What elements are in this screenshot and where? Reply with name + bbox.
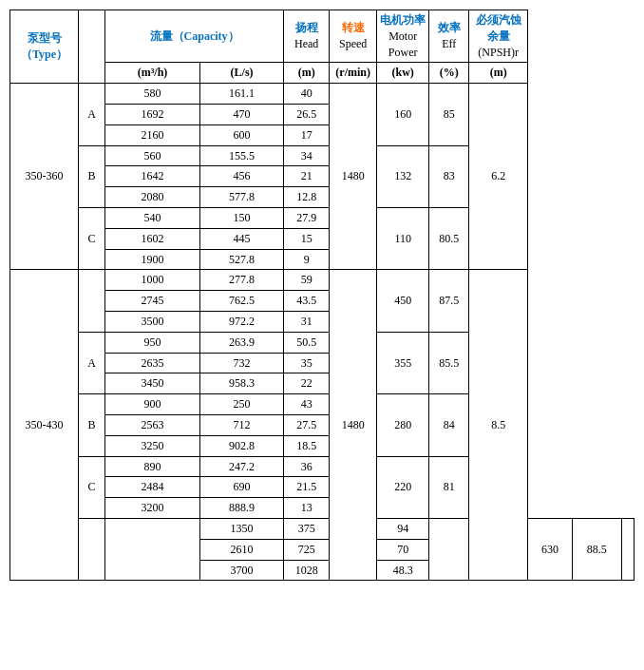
subtype-C-430: C [79,456,105,518]
header-cap-m3: (m³/h) [105,63,200,84]
subtype-C-360: C [79,207,105,269]
eff-B-360: 83 [429,145,469,207]
power-bottom: 630 [528,518,573,580]
subtype-top-430 [79,270,105,332]
type-bottom [79,518,105,580]
header-npsh-unit: (m) [469,63,528,84]
eff-B-430: 84 [429,394,469,456]
type-350-360: 350-360 [10,84,79,270]
table-row: B 560 155.5 34 132 83 [10,145,635,166]
npsh-bottom [621,518,634,580]
power-C-360: 110 [377,207,429,269]
subtype-B-360: B [79,145,105,207]
eff-C-360: 80.5 [429,207,469,269]
power-B-360: 132 [377,145,429,207]
npsh-350-430: 8.5 [469,270,528,581]
header-cap-ls: (L/s) [200,63,284,84]
speed-350-360: 1480 [330,84,377,270]
speed-bottom [429,518,469,580]
subtype-A-360: A [79,84,105,145]
power-A-430: 355 [377,332,429,393]
subtype-B-430: B [79,394,105,456]
eff-C-430: 81 [429,456,469,518]
table-row: 1350 375 94 630 88.5 [10,518,635,539]
table-row: C 890 247.2 36 220 81 [10,456,635,477]
header-eff-unit: (%) [429,63,469,84]
header-npsh: 必须汽蚀余量 (NPSH)r [469,10,528,63]
table-row: C 540 150 27.9 110 80.5 [10,207,635,228]
power-A-360: 160 [377,84,429,145]
header-head: 扬程 Head [284,10,330,63]
power-C-430: 220 [377,456,429,518]
speed-350-430: 1480 [330,270,377,581]
npsh-350-360: 6.2 [469,84,528,270]
eff-A-360: 85 [429,84,469,145]
header-power: 电机功率 Motor Power [377,10,429,63]
eff-top-430: 87.5 [429,270,469,332]
pump-table: 泵型号（Type） 流量（Capacity） 扬程 Head 转速 Speed … [9,10,635,581]
eff-A-430: 85.5 [429,332,469,393]
header-capacity: 流量（Capacity） [105,10,284,63]
power-top-430: 450 [377,270,429,332]
subtype-bottom [105,518,200,580]
power-B-430: 280 [377,394,429,456]
header-eff: 效率 Eff [429,10,469,63]
table-row: 350-360 A 580 161.1 40 1480 160 85 6.2 [10,84,635,105]
table-row: B 900 250 43 280 84 [10,394,635,415]
eff-bottom: 88.5 [572,518,621,580]
header-subtype [79,10,105,84]
header-head-unit: (m) [284,63,330,84]
table-row: A 950 263.9 50.5 355 85.5 [10,332,635,353]
type-350-430: 350-430 [10,270,79,581]
header-type: 泵型号（Type） [10,10,79,84]
header-speed-unit: (r/min) [330,63,377,84]
header-power-unit: (kw) [377,63,429,84]
subtype-A-430: A [79,332,105,393]
table-row: 350-430 1000 277.8 59 1480 450 87.5 8.5 [10,270,635,291]
header-speed: 转速 Speed [330,10,377,63]
